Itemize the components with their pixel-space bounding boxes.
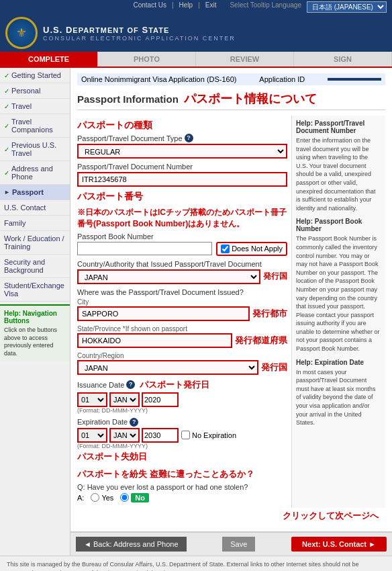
next-button[interactable]: Next: U.S. Contact ►: [291, 537, 387, 552]
issuance-month-select[interactable]: JANFEBMARAPRMAYJUNJULAUGSEPOCTNOVDEC: [109, 392, 140, 407]
nav-tabs: COMPLETE PHOTO REVIEW SIGN: [0, 52, 392, 68]
does-not-apply-checkbox[interactable]: [221, 245, 230, 253]
sidebar-item-passport[interactable]: ► Passport: [0, 185, 70, 200]
sidebar-item-student-exchange[interactable]: Student/Exchange Visa: [0, 278, 70, 302]
state-input[interactable]: [77, 333, 232, 348]
passport-type-select[interactable]: REGULAR OFFICIAL DIPLOMATIC OTHER: [77, 144, 287, 159]
tab-review[interactable]: REVIEW: [196, 52, 294, 67]
tab-sign[interactable]: SIGN: [294, 52, 392, 67]
main-content: Online Nonimmigrant Visa Application (DS…: [70, 68, 392, 556]
issuance-date-label-ja: パスポート発行日: [140, 379, 209, 391]
help-link[interactable]: Help: [179, 1, 193, 13]
sidebar-item-family[interactable]: Family: [0, 216, 70, 231]
state-label-en: State/Province *If shown on passport: [77, 325, 287, 333]
no-expiration-label: No Expiration: [192, 431, 236, 439]
expiration-year-input[interactable]: [142, 428, 179, 443]
footer-text: This site is managed by the Bureau of Co…: [7, 560, 385, 571]
sidebar-item-us-contact[interactable]: U.S. Contact: [0, 200, 70, 216]
issuing-country-field: Country/Authority that Issued Passport/T…: [77, 260, 287, 284]
expiration-date-format: (Format: DD-MMM-YYYY): [77, 443, 287, 449]
lost-passport-no-option[interactable]: No: [120, 493, 149, 502]
country-region-label: Country/Region: [77, 352, 287, 359]
city-input[interactable]: [77, 306, 250, 321]
state-field: State/Province *If shown on passport 発行都…: [77, 325, 287, 348]
page-title-ja: パスポート情報について: [184, 91, 317, 107]
lost-passport-section: パスポートを紛失 盗難に遭ったことあるか？ Q: Have you ever l…: [77, 468, 287, 502]
exit-link[interactable]: Exit: [205, 1, 217, 13]
lost-passport-question: Q: Have you ever lost a passport or had …: [77, 483, 287, 491]
issuing-country-label: Country/Authority that Issued Passport/T…: [77, 260, 287, 268]
passport-book-number-input[interactable]: [77, 242, 212, 255]
app-id-value: [328, 78, 381, 81]
issuance-day-select[interactable]: 0102031531: [77, 392, 107, 407]
sidebar-item-getting-started[interactable]: ✓ Getting Started: [0, 68, 70, 83]
help-block-expiration: Help: Expiration Date In most cases your…: [296, 359, 381, 427]
passport-type-field: パスポートの種類 Passport/Travel Document Type ?…: [77, 120, 287, 159]
top-bar: Contact Us | Help | Exit Select Tooltip …: [0, 0, 392, 14]
sidebar-item-personal[interactable]: ✓ Personal: [0, 83, 70, 99]
sidebar-help-text: Click on the buttons above to access pre…: [4, 326, 66, 358]
tab-complete[interactable]: COMPLETE: [0, 52, 98, 67]
tab-photo[interactable]: PHOTO: [98, 52, 196, 67]
sidebar-item-work-education[interactable]: Work / Education / Training: [0, 231, 70, 255]
lost-passport-yes-option[interactable]: Yes: [91, 493, 113, 502]
country-region-select[interactable]: JAPAN UNITED STATES: [77, 360, 258, 375]
passport-book-number-label: Passport Book Number: [77, 232, 287, 240]
app-info-row: Online Nonimmigrant Visa Application (DS…: [77, 73, 385, 85]
next-page-hint-ja: クリックして次ページへ: [77, 510, 379, 522]
city-label-en: City: [77, 298, 287, 306]
expiration-day-select[interactable]: 01021531: [77, 428, 107, 443]
sidebar-help: Help: Navigation Buttons Click on the bu…: [0, 304, 70, 362]
issuance-year-input[interactable]: [142, 392, 179, 407]
sidebar-item-travel-companions[interactable]: ✓ Travel Companions: [0, 114, 70, 138]
state-seal: ⚜: [5, 17, 38, 49]
lost-passport-yes-radio[interactable]: [91, 493, 99, 502]
country-region-field: Country/Region JAPAN UNITED STATES 発行国: [77, 352, 287, 375]
issuing-country-select[interactable]: JAPAN UNITED STATES: [77, 269, 260, 284]
lost-passport-answer-row: A: Yes No: [77, 493, 287, 502]
passport-number-field: Passport/Travel Document Number パスポート番号: [77, 163, 287, 203]
expiration-date-help-icon[interactable]: ?: [130, 418, 138, 427]
issuance-date-help-icon[interactable]: ?: [126, 380, 135, 389]
passport-book-number-field: Passport Book Number Does Not Apply: [77, 232, 287, 256]
city-field: City 発行都市: [77, 298, 287, 321]
page-title-en: Passport Information: [77, 93, 179, 105]
ic-chip-note: ※日本のパスポートはICチップ搭載のためパスポート冊子番号(Passport B…: [77, 207, 287, 230]
lost-passport-no-label: No: [131, 493, 149, 502]
issuance-date-field: Issuance Date ? パスポート発行日 0102031531 JANF…: [77, 379, 287, 414]
help-block-passport-number: Help: Passport/Travel Document Number En…: [296, 120, 381, 212]
does-not-apply-label: Does Not Apply: [232, 245, 283, 253]
sidebar-item-security-background[interactable]: Security and Background: [0, 255, 70, 278]
where-issued-label: Where was the Passport/Travel Document I…: [77, 288, 287, 296]
contact-us-link[interactable]: Contact Us: [133, 1, 166, 13]
expiration-date-label: Expiration Date ?: [77, 418, 287, 427]
state-label-ja: 発行都道府県: [235, 335, 287, 347]
header: ⚜ U.S. DEPARTMENT OF STATE CONSULAR ELEC…: [0, 14, 392, 52]
sidebar-item-address-phone[interactable]: ✓ Address and Phone: [0, 161, 70, 185]
passport-number-label-en: Passport/Travel Document Number: [77, 163, 287, 171]
expiration-date-label-ja: パスポート失効日: [77, 451, 287, 463]
app-id-label: Application ID: [259, 75, 305, 83]
no-expiration-checkbox[interactable]: [181, 431, 190, 439]
sidebar-item-previous-us-travel[interactable]: ✓ Previous U.S. Travel: [0, 138, 70, 161]
save-button[interactable]: Save: [222, 537, 255, 552]
app-title: Online Nonimmigrant Visa Application (DS…: [81, 75, 237, 83]
passport-type-help-icon[interactable]: ?: [185, 134, 193, 142]
language-label: Select Tooltip Language: [230, 1, 301, 13]
passport-type-label-en: Passport/Travel Document Type ?: [77, 134, 287, 142]
language-select[interactable]: 日本語 (JAPANESE) English: [307, 1, 387, 13]
back-button[interactable]: ◄ Back: Address and Phone: [76, 537, 187, 552]
lost-passport-title-ja: パスポートを紛失 盗難に遭ったことあるか？: [77, 468, 287, 480]
passport-number-input[interactable]: [77, 172, 287, 187]
sidebar-item-travel[interactable]: ✓ Travel: [0, 99, 70, 114]
footer: This site is managed by the Bureau of Co…: [0, 556, 392, 571]
country-region-label-ja: 発行国: [261, 361, 287, 374]
expiration-date-field: Expiration Date ? 01021531 JANFEBMARAPRM…: [77, 418, 287, 463]
passport-number-label-ja: パスポート番号: [77, 191, 287, 203]
lost-passport-no-radio[interactable]: [120, 493, 129, 502]
expiration-month-select[interactable]: JANFEBMARAPRMAYJUNJULAUGSEPOCTNOVDEC: [109, 428, 140, 443]
issuance-date-format: (Format: DD-MMM-YYYY): [77, 407, 287, 414]
issuing-country-label-ja: 発行国: [263, 271, 287, 282]
bottom-nav: ◄ Back: Address and Phone Save Next: U.S…: [70, 531, 392, 556]
sidebar-help-title: Help: Navigation Buttons: [4, 310, 66, 324]
